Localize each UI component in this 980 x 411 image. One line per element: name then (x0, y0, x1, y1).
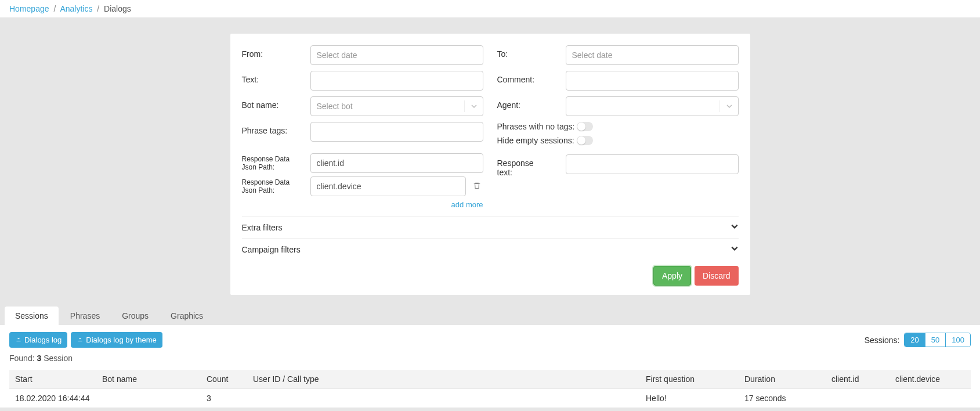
discard-button[interactable]: Discard (695, 266, 738, 286)
response-text-input[interactable] (566, 154, 739, 174)
cell-user-id (247, 389, 640, 408)
found-suffix: Session (41, 354, 73, 363)
breadcrumb-current: Dialogs (104, 4, 131, 13)
page-size-20[interactable]: 20 (905, 333, 925, 347)
cell-duration: 17 seconds (739, 389, 826, 408)
filter-col-left: From: Text: Bot name: Phrase tags: (242, 45, 483, 216)
dialogs-log-label: Dialogs log (24, 336, 62, 344)
col-start[interactable]: Start (9, 370, 96, 389)
add-more-link[interactable]: add more (451, 200, 483, 209)
hide-empty-label: Hide empty sessions: (497, 136, 574, 145)
filter-panel: From: Text: Bot name: Phrase tags: (230, 34, 750, 295)
chevron-down-icon (731, 244, 739, 254)
from-date-input[interactable] (310, 45, 483, 65)
cell-first-question: Hello! (640, 389, 739, 408)
breadcrumb-homepage[interactable]: Homepage (9, 4, 49, 13)
dialogs-log-theme-label: Dialogs log by theme (86, 336, 156, 344)
found-prefix: Found: (9, 354, 37, 363)
page-size-100[interactable]: 100 (946, 333, 970, 347)
col-client-id[interactable]: client.id (826, 370, 889, 389)
breadcrumb-separator: / (97, 4, 99, 13)
campaign-filters-accordion[interactable]: Campaign filters (242, 238, 739, 260)
text-label: Text: (242, 71, 310, 84)
agent-select[interactable] (566, 96, 739, 116)
found-line: Found: 3 Session (9, 354, 971, 363)
response-json-label-2: Response Data Json Path: (242, 178, 306, 195)
breadcrumb-separator: / (53, 4, 56, 13)
response-text-label: Response text: (497, 154, 539, 177)
cell-start: 18.02.2020 16:44:44 (9, 389, 96, 408)
to-label: To: (497, 45, 566, 59)
breadcrumb-analytics[interactable]: Analytics (60, 4, 92, 13)
botname-label: Bot name: (242, 96, 310, 110)
text-input[interactable] (310, 71, 483, 91)
phrase-tags-label: Phrase tags: (242, 122, 310, 135)
phrase-tags-input[interactable] (310, 122, 483, 142)
comment-label: Comment: (497, 71, 566, 84)
col-user-id[interactable]: User ID / Call type (247, 370, 640, 389)
filter-col-right: To: Comment: Agent: Phrases with no tags… (497, 45, 739, 216)
campaign-filters-label: Campaign filters (242, 245, 301, 254)
download-icon (15, 336, 22, 344)
cell-bot-name (96, 389, 201, 408)
download-icon (77, 336, 84, 344)
page-size-50[interactable]: 50 (925, 333, 946, 347)
hide-empty-toggle[interactable] (577, 136, 593, 145)
sessions-label: Sessions: (865, 336, 900, 345)
from-label: From: (242, 45, 310, 59)
agent-label: Agent: (497, 96, 566, 110)
response-json-input-1[interactable] (310, 153, 483, 173)
page-size-segment: 20 50 100 (904, 333, 971, 347)
cell-client-id (826, 389, 889, 408)
col-count[interactable]: Count (201, 370, 247, 389)
apply-button[interactable]: Apply (653, 266, 691, 286)
comment-input[interactable] (566, 71, 739, 91)
tab-graphics[interactable]: Graphics (160, 307, 214, 325)
extra-filters-label: Extra filters (242, 223, 283, 232)
chevron-down-icon (731, 222, 739, 232)
breadcrumb: Homepage / Analytics / Dialogs (0, 0, 980, 17)
tab-groups[interactable]: Groups (111, 307, 159, 325)
tabs: Sessions Phrases Groups Graphics (0, 307, 980, 325)
phrases-no-tags-label: Phrases with no tags: (497, 122, 575, 131)
phrases-no-tags-toggle[interactable] (577, 122, 593, 131)
col-client-device[interactable]: client.device (889, 370, 971, 389)
to-date-input[interactable] (566, 45, 739, 65)
dialogs-log-theme-button[interactable]: Dialogs log by theme (71, 332, 162, 348)
response-json-input-2[interactable] (310, 176, 466, 196)
dialogs-log-button[interactable]: Dialogs log (9, 332, 67, 348)
cell-client-device (889, 389, 971, 408)
cell-count: 3 (201, 389, 247, 408)
table-row[interactable]: 18.02.2020 16:44:44 3 Hello! 17 seconds (9, 389, 971, 408)
extra-filters-accordion[interactable]: Extra filters (242, 216, 739, 238)
results-panel: Dialogs log Dialogs log by theme Session… (0, 325, 980, 408)
col-first-question[interactable]: First question (640, 370, 739, 389)
tab-phrases[interactable]: Phrases (60, 307, 110, 325)
response-json-label-1: Response Data Json Path: (242, 155, 306, 172)
col-duration[interactable]: Duration (739, 370, 826, 389)
tab-sessions[interactable]: Sessions (5, 307, 59, 325)
botname-select[interactable] (310, 96, 483, 116)
col-bot-name[interactable]: Bot name (96, 370, 201, 389)
table-header-row: Start Bot name Count User ID / Call type… (9, 370, 971, 389)
results-table: Start Bot name Count User ID / Call type… (9, 370, 971, 408)
trash-icon[interactable] (471, 179, 483, 194)
